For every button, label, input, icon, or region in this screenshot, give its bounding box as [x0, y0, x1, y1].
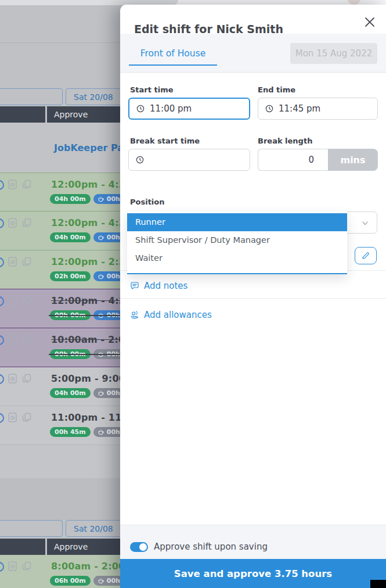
- day-tab-previous[interactable]: [0, 88, 63, 105]
- avatar-fragment: [347, 0, 361, 5]
- copy-shift-icon[interactable]: [22, 180, 31, 189]
- edit-pencil-button[interactable]: [355, 247, 377, 264]
- clock-icon: [136, 156, 144, 164]
- coffee-cup-icon: [98, 390, 104, 396]
- end-time-value: 11:45 pm: [279, 103, 320, 114]
- allowances-coins-icon: [130, 310, 139, 320]
- shift-detail-icon[interactable]: [8, 257, 17, 267]
- table-header-cell: [0, 106, 45, 123]
- tab-front-of-house[interactable]: Front of House: [129, 48, 217, 66]
- copy-shift-icon[interactable]: [22, 561, 31, 571]
- coffee-cup-icon: [98, 196, 104, 202]
- break-length-value[interactable]: 0: [258, 149, 328, 171]
- status-circle-icon: [0, 218, 4, 228]
- break-length-unit: mins: [328, 149, 378, 171]
- copy-shift-icon[interactable]: [22, 218, 31, 227]
- shift-detail-icon[interactable]: [8, 335, 17, 345]
- modal-tab-band: Front of House Mon 15 Aug 2022: [120, 34, 386, 73]
- copy-shift-icon[interactable]: [22, 413, 31, 422]
- end-time-input[interactable]: 11:45 pm: [258, 98, 378, 120]
- add-allowances-link[interactable]: Add allowances: [130, 310, 212, 320]
- approve-upon-saving-toggle[interactable]: [130, 542, 148, 552]
- position-label: Position: [130, 198, 165, 206]
- clock-icon: [136, 105, 145, 113]
- position-option-shift-supervisor[interactable]: Shift Supervisor / Duty Manager: [127, 231, 347, 249]
- coffee-cup-icon: [98, 352, 104, 357]
- break-start-label: Break start time: [130, 137, 200, 145]
- worked-duration-badge: 00h 00m: [50, 349, 91, 359]
- coffee-cup-icon: [98, 429, 104, 435]
- shift-detail-icon[interactable]: [8, 561, 17, 571]
- break-start-input[interactable]: [128, 149, 250, 171]
- notes-bubble-icon: [130, 281, 139, 291]
- status-circle-icon: [0, 374, 4, 384]
- coffee-cup-icon: [98, 578, 104, 584]
- save-and-approve-button[interactable]: Save and approve 3.75 hours: [120, 559, 386, 588]
- worked-duration-badge: 00h 45m: [50, 427, 91, 437]
- break-length-label: Break length: [258, 137, 312, 145]
- day-tab-previous-2[interactable]: [0, 520, 63, 537]
- close-icon[interactable]: [365, 15, 378, 29]
- status-circle-icon: [0, 413, 4, 423]
- shift-detail-icon[interactable]: [8, 296, 17, 306]
- status-circle-icon: [0, 296, 4, 306]
- clock-icon: [265, 105, 273, 113]
- start-time-label: Start time: [130, 85, 174, 94]
- start-time-input[interactable]: 11:00 pm: [128, 98, 250, 120]
- status-circle-icon: [0, 335, 4, 345]
- approve-toggle-label: Approve shift upon saving: [154, 542, 268, 552]
- coffee-cup-icon: [98, 274, 104, 279]
- pay-period-label[interactable]: JobKeeper Pay: [54, 142, 129, 153]
- shift-detail-icon[interactable]: [8, 218, 17, 228]
- end-time-label: End time: [258, 85, 295, 94]
- copy-shift-icon[interactable]: [22, 296, 31, 305]
- screen: Sat 20/08 Approve JobKeeper Pay 12:00pm …: [0, 0, 386, 588]
- toggle-knob: [139, 543, 147, 551]
- worked-duration-badge: 04h 00m: [50, 388, 91, 398]
- position-option-runner[interactable]: Runner: [127, 213, 347, 231]
- shift-detail-icon[interactable]: [8, 374, 17, 383]
- worked-duration-badge: 00h 00m: [50, 310, 91, 320]
- shift-detail-icon[interactable]: [8, 180, 17, 189]
- copy-shift-icon[interactable]: [22, 257, 31, 266]
- add-notes-link[interactable]: Add notes: [130, 281, 187, 291]
- worked-duration-badge: 04h 00m: [50, 194, 91, 204]
- status-circle-icon: [0, 257, 4, 267]
- start-time-value: 11:00 pm: [150, 103, 192, 114]
- status-circle-icon: [0, 562, 4, 572]
- add-allowances-label: Add allowances: [144, 310, 212, 320]
- edit-shift-modal: Edit shift for Nick Smith Front of House…: [120, 5, 386, 588]
- worked-duration-badge: 06h 00m: [50, 576, 91, 586]
- copy-shift-icon[interactable]: [22, 335, 31, 344]
- worked-duration-badge: 04h 00m: [50, 232, 91, 242]
- position-option-waiter[interactable]: Waiter: [127, 249, 347, 267]
- shift-detail-icon[interactable]: [8, 413, 17, 422]
- copy-shift-icon[interactable]: [22, 374, 31, 383]
- position-dropdown: Runner Shift Supervisor / Duty Manager W…: [127, 211, 347, 274]
- worked-duration-badge: 02h 00m: [50, 271, 91, 281]
- chevron-down-icon: [361, 219, 369, 227]
- add-notes-label: Add notes: [144, 281, 187, 291]
- coffee-cup-icon: [98, 235, 104, 241]
- divider: [120, 298, 386, 299]
- table-header-cell-2: [0, 539, 45, 555]
- screen-corner-artifact: [370, 580, 386, 588]
- date-button[interactable]: Mon 15 Aug 2022: [290, 43, 377, 64]
- status-circle-icon: [0, 180, 4, 190]
- coffee-cup-icon: [98, 313, 104, 318]
- break-length-input[interactable]: 0 mins: [258, 149, 378, 171]
- modal-footer: Approve shift upon saving: [120, 525, 386, 559]
